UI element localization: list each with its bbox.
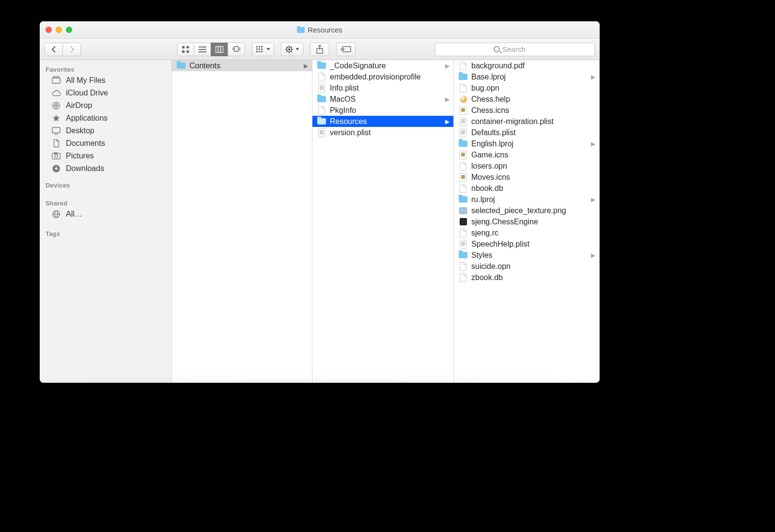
sidebar-item-all-my-files[interactable]: All My Files xyxy=(40,74,171,87)
folder-icon xyxy=(317,96,326,102)
share-button[interactable] xyxy=(310,43,329,56)
chevron-down-icon xyxy=(266,48,270,50)
file-name: PkgInfo xyxy=(330,106,450,115)
sidebar-item-label: All… xyxy=(66,210,82,219)
svg-rect-18 xyxy=(261,48,263,50)
file-row[interactable]: Chess.help xyxy=(454,94,599,105)
svg-rect-43 xyxy=(52,154,60,159)
sidebar-heading-shared: Shared xyxy=(40,197,171,208)
file-row[interactable]: losers.opn xyxy=(454,160,599,172)
file-row[interactable]: MacOS▶ xyxy=(312,94,453,105)
svg-rect-10 xyxy=(234,47,238,51)
file-row[interactable]: embedded.provisionprofile xyxy=(312,71,453,82)
file-row[interactable]: English.lproj▶ xyxy=(454,138,599,149)
file-row[interactable]: Contents▶ xyxy=(172,60,312,71)
plist-icon xyxy=(460,117,466,126)
file-row[interactable]: suicide.opn xyxy=(454,261,599,272)
column-1[interactable]: Contents▶ xyxy=(172,60,312,383)
search-input[interactable] xyxy=(502,45,536,53)
file-row[interactable]: Info.plist xyxy=(312,82,453,94)
back-button[interactable] xyxy=(45,43,63,56)
folder-icon xyxy=(459,196,467,203)
fullscreen-button[interactable] xyxy=(66,27,72,33)
column-2[interactable]: _CodeSignature▶embedded.provisionprofile… xyxy=(312,60,454,383)
list-view-button[interactable] xyxy=(194,43,211,56)
sidebar-item-icloud[interactable]: iCloud Drive xyxy=(40,87,171,99)
sidebar-item-downloads[interactable]: Downloads xyxy=(40,162,171,175)
file-row[interactable]: Chess.icns xyxy=(454,105,599,116)
sidebar-item-documents[interactable]: Documents xyxy=(40,137,171,150)
file-row[interactable]: version.plist xyxy=(312,127,453,138)
file-row[interactable]: Defaults.plist xyxy=(454,127,599,138)
folder-icon xyxy=(459,252,467,258)
file-row[interactable]: _CodeSignature▶ xyxy=(312,60,453,71)
svg-rect-15 xyxy=(261,46,263,47)
sidebar-item-desktop[interactable]: Desktop xyxy=(40,125,171,137)
plist-icon xyxy=(318,84,325,93)
documents-icon xyxy=(51,139,61,148)
file-row[interactable]: ru.lproj▶ xyxy=(454,194,599,205)
icon-view-button[interactable] xyxy=(177,43,194,56)
folder-icon xyxy=(459,141,467,147)
tags-button[interactable] xyxy=(336,43,356,56)
file-row[interactable]: PkgInfo xyxy=(312,105,453,116)
sidebar-item-shared-all[interactable]: All… xyxy=(40,208,171,220)
file-row[interactable]: sjeng.rc xyxy=(454,227,599,238)
svg-line-28 xyxy=(286,47,287,47)
forward-button[interactable] xyxy=(62,43,81,56)
sidebar-item-airdrop[interactable]: AirDrop xyxy=(40,99,171,112)
file-row[interactable]: Resources▶ xyxy=(312,116,453,127)
column-3[interactable]: background.pdfBase.lproj▶bug.opnChess.he… xyxy=(454,60,600,383)
close-button[interactable] xyxy=(46,27,52,33)
window-body: Favorites All My FilesiCloud DriveAirDro… xyxy=(40,60,600,383)
sidebar: Favorites All My FilesiCloud DriveAirDro… xyxy=(40,60,172,383)
file-name: suicide.opn xyxy=(471,262,595,271)
file-row[interactable]: Styles▶ xyxy=(454,250,599,261)
svg-rect-0 xyxy=(182,46,185,48)
search-icon xyxy=(494,46,500,52)
file-row[interactable]: nbook.db xyxy=(454,183,599,194)
file-name: Defaults.plist xyxy=(471,128,595,137)
file-name: background.pdf xyxy=(471,62,595,70)
file-name: Info.plist xyxy=(330,84,450,93)
file-icon xyxy=(460,162,466,171)
action-button[interactable] xyxy=(281,43,303,56)
chevron-right-icon: ▶ xyxy=(445,63,450,69)
file-row[interactable]: background.pdf xyxy=(454,60,599,71)
icns-icon xyxy=(459,106,467,115)
sidebar-item-applications[interactable]: AApplications xyxy=(40,112,171,125)
coverflow-view-button[interactable] xyxy=(228,43,245,56)
svg-line-31 xyxy=(291,47,292,47)
file-name: selected_piece_texture.png xyxy=(471,206,595,215)
search-field[interactable] xyxy=(435,43,595,56)
sidebar-shared-list: All… xyxy=(40,208,171,220)
sidebar-item-pictures[interactable]: Pictures xyxy=(40,150,171,162)
file-icon xyxy=(460,262,466,271)
arrange-button[interactable] xyxy=(252,43,274,56)
column-browser: Contents▶ _CodeSignature▶embedded.provis… xyxy=(172,60,600,383)
file-row[interactable]: Game.icns xyxy=(454,149,599,160)
column-view-button[interactable] xyxy=(211,43,228,56)
view-mode-buttons xyxy=(177,43,245,56)
folder-icon xyxy=(317,118,326,125)
file-name: SpeechHelp.plist xyxy=(471,240,595,249)
file-row[interactable]: container-migration.plist xyxy=(454,116,599,127)
sidebar-item-label: Pictures xyxy=(66,152,94,160)
file-row[interactable]: sjeng.ChessEngine xyxy=(454,216,599,227)
svg-rect-1 xyxy=(186,46,189,48)
file-row[interactable]: zbook.db xyxy=(454,272,599,283)
svg-rect-17 xyxy=(259,48,260,50)
svg-rect-14 xyxy=(259,46,260,47)
file-row[interactable]: selected_piece_texture.png xyxy=(454,205,599,216)
svg-rect-20 xyxy=(259,51,260,52)
file-row[interactable]: SpeechHelp.plist xyxy=(454,238,599,250)
file-icon xyxy=(460,273,466,282)
file-name: embedded.provisionprofile xyxy=(330,73,450,81)
minimize-button[interactable] xyxy=(56,27,62,33)
sidebar-favorites-list: All My FilesiCloud DriveAirDropAApplicat… xyxy=(40,74,171,175)
file-row[interactable]: bug.opn xyxy=(454,82,599,94)
chevron-right-icon: ▶ xyxy=(304,63,308,69)
file-name: Styles xyxy=(471,251,587,260)
file-row[interactable]: Base.lproj▶ xyxy=(454,71,599,82)
file-row[interactable]: Moves.icns xyxy=(454,172,599,183)
